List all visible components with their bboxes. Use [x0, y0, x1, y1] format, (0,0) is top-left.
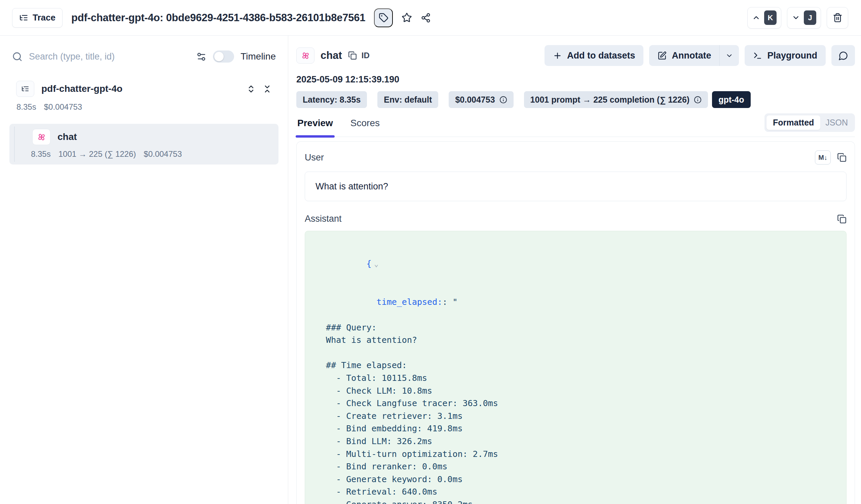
formatted-toggle[interactable]: Formatted: [766, 115, 820, 130]
observation-name: chat: [57, 132, 77, 142]
annotate-label: Annotate: [672, 51, 711, 61]
chevron-down-icon: [725, 52, 733, 59]
annotate-button[interactable]: Annotate: [649, 45, 720, 66]
trace-button-label: Trace: [32, 12, 55, 23]
latency-badge: Latency: 8.35s: [296, 91, 367, 108]
next-observation-button[interactable]: J: [787, 7, 821, 29]
tree-item-chat-selected[interactable]: chat 8.35s 1001 → 225 (∑ 1226) $0.004753: [10, 124, 278, 164]
json-key: time_elapsed:: [377, 297, 442, 307]
topbar-actions: K J: [747, 7, 848, 29]
token-usage-value: 1001 prompt → 225 completion (∑ 1226): [530, 95, 690, 105]
trace-latency: 8.35s: [16, 102, 36, 112]
observation-title: chat: [320, 50, 342, 62]
playground-button[interactable]: Playground: [744, 45, 826, 66]
expand-all-icon[interactable]: [247, 84, 256, 94]
page-title: pdf-chatter-gpt-4o: 0bde9629-4251-4386-b…: [71, 12, 365, 24]
share-icon: [421, 13, 431, 23]
star-button[interactable]: [401, 12, 412, 23]
json-open-brace: {: [367, 259, 372, 269]
timeline-toggle[interactable]: [213, 51, 234, 63]
generation-pinwheel-icon: [301, 51, 310, 60]
info-icon: [694, 96, 701, 104]
assistant-section-label: Assistant: [305, 214, 342, 224]
add-to-datasets-button[interactable]: Add to datasets: [545, 45, 644, 66]
copy-icon[interactable]: [837, 214, 847, 224]
observation-timestamp: 2025-05-09 12:15:39.190: [296, 74, 855, 85]
user-section-label: User: [305, 152, 324, 163]
timeline-toggle-label: Timeline: [241, 51, 276, 62]
model-badge[interactable]: gpt-4o: [712, 91, 750, 108]
annotate-dropdown-button[interactable]: [720, 45, 739, 66]
assistant-output-text: ### Query: What is attention? ## Time el…: [316, 321, 836, 504]
trace-metrics: 8.35s $0.004753: [16, 102, 276, 112]
format-toggle-group: Formatted JSON: [764, 113, 855, 132]
markdown-toggle-button[interactable]: M↓: [815, 150, 831, 164]
list-tree-icon: [19, 13, 28, 22]
plus-icon: [553, 51, 562, 60]
terminal-icon: [753, 51, 762, 60]
search-input[interactable]: [29, 52, 190, 62]
comments-button[interactable]: [831, 45, 855, 66]
collapse-chevron-icon[interactable]: ⌄: [374, 260, 379, 268]
tag-icon: [379, 13, 388, 23]
annotate-split-button: Annotate: [649, 45, 739, 66]
trace-name: pdf-chatter-gpt-4o: [41, 83, 240, 94]
user-message-box: What is attention?: [305, 172, 847, 201]
message-bubble-icon: [838, 51, 848, 60]
toggle-knob: [214, 52, 224, 61]
trace-type-badge: [16, 81, 34, 97]
observation-cost: $0.004753: [144, 149, 182, 159]
tree-root-trace[interactable]: pdf-chatter-gpt-4o: [12, 81, 276, 97]
square-pen-icon: [657, 51, 667, 60]
add-to-datasets-label: Add to datasets: [567, 51, 635, 61]
cost-value: $0.004753: [455, 95, 495, 105]
detail-tabs: Preview Scores Formatted JSON: [296, 113, 855, 137]
observation-latency: 8.35s: [31, 149, 51, 159]
env-badge: Env: default: [377, 91, 438, 108]
tab-preview[interactable]: Preview: [296, 115, 334, 137]
metric-badges-row: Latency: 8.35s Env: default $0.004753 10…: [296, 91, 855, 108]
json-key-separator: : ": [442, 297, 457, 307]
info-icon: [500, 96, 507, 104]
tree-search-row: Timeline: [12, 46, 276, 67]
io-preview-container: User M↓ What is attention? Assistant: [296, 141, 855, 504]
delete-trace-button[interactable]: [827, 7, 848, 29]
trace-button[interactable]: Trace: [12, 8, 63, 28]
token-usage-badge[interactable]: 1001 prompt → 225 completion (∑ 1226): [524, 91, 708, 108]
search-icon: [12, 52, 23, 62]
list-tree-icon: [21, 85, 29, 93]
trace-tree-sidebar: Timeline pdf-chatter-gpt-4o: [0, 36, 288, 504]
observation-tokens: 1001 → 225 (∑ 1226): [58, 149, 136, 159]
star-icon: [401, 12, 412, 23]
tab-scores[interactable]: Scores: [350, 115, 381, 137]
copy-id-icon[interactable]: [348, 51, 357, 60]
trace-cost: $0.004753: [44, 102, 82, 112]
tree-controls: [247, 84, 272, 94]
tree-guide-line: [14, 126, 15, 162]
playground-label: Playground: [767, 51, 817, 61]
keyboard-shortcut-badge: K: [764, 11, 777, 25]
prev-observation-button[interactable]: K: [747, 7, 781, 29]
chevron-down-icon: [792, 13, 800, 22]
user-message-text: What is attention?: [315, 181, 388, 192]
assistant-output-box: {⌄ time_elapsed:: " ### Query: What is a…: [305, 231, 847, 504]
keyboard-shortcut-badge: J: [804, 11, 816, 25]
cost-badge[interactable]: $0.004753: [449, 91, 513, 108]
generation-type-badge: [296, 47, 314, 64]
trash-icon: [833, 13, 843, 23]
share-button[interactable]: [421, 13, 431, 23]
trace-tree: pdf-chatter-gpt-4o 8.35s $0.004753: [12, 81, 276, 164]
observation-metrics: 8.35s 1001 → 225 (∑ 1226) $0.004753: [10, 149, 278, 159]
view-settings-icon[interactable]: [196, 52, 206, 62]
id-label: ID: [361, 51, 370, 60]
json-toggle[interactable]: JSON: [820, 115, 853, 130]
top-bar: Trace pdf-chatter-gpt-4o: 0bde9629-4251-…: [0, 0, 861, 36]
tag-button[interactable]: [374, 9, 393, 27]
observation-detail-panel: chat ID Add to datasets Ann: [288, 36, 861, 504]
copy-icon[interactable]: [837, 153, 847, 162]
collapse-all-icon[interactable]: [263, 84, 272, 94]
generation-pinwheel-icon: [37, 133, 46, 142]
chevron-up-icon: [752, 13, 761, 22]
generation-type-badge: [32, 129, 51, 145]
